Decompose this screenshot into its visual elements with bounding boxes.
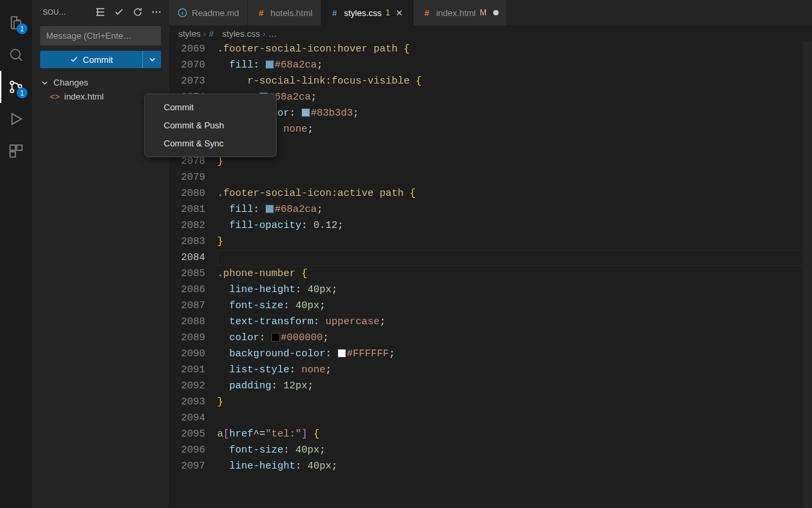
svg-point-1 bbox=[11, 82, 14, 85]
activity-debug[interactable] bbox=[0, 103, 32, 135]
menu-item-commit-sync[interactable]: Commit & Sync bbox=[145, 134, 276, 152]
commit-context-menu: CommitCommit & PushCommit & Sync bbox=[144, 94, 277, 157]
breadcrumb-folder: styles bbox=[178, 29, 200, 39]
commit-split-button[interactable] bbox=[142, 51, 161, 68]
svg-rect-4 bbox=[10, 145, 15, 150]
hash-icon: # bbox=[329, 7, 340, 18]
svg-point-0 bbox=[11, 49, 20, 59]
tab-label: index.html bbox=[436, 8, 476, 18]
tab-label: hotels.html bbox=[271, 8, 313, 18]
tab-index-html[interactable]: #index.htmlM bbox=[414, 0, 507, 25]
editor-tabs: Readme.md#hotels.html#styles.css1✕#index… bbox=[169, 0, 812, 25]
hash-icon: # bbox=[422, 7, 432, 18]
svg-point-7 bbox=[152, 11, 154, 12]
svg-rect-6 bbox=[10, 152, 15, 157]
scm-title: SOU… bbox=[43, 8, 89, 16]
activity-search[interactable] bbox=[0, 39, 32, 71]
breadcrumb-file: styles.css bbox=[223, 29, 260, 39]
minimap[interactable] bbox=[803, 41, 812, 508]
html-file-icon: <> bbox=[49, 92, 60, 102]
chevron-right-icon: › bbox=[263, 29, 265, 39]
svg-point-8 bbox=[156, 11, 157, 12]
more-icon[interactable] bbox=[149, 5, 164, 19]
activity-bar: 1 1 bbox=[0, 0, 32, 508]
unsaved-dot-icon bbox=[493, 10, 499, 15]
breadcrumb[interactable]: styles › # styles.css › … bbox=[169, 25, 812, 41]
editor: Readme.md#hotels.html#styles.css1✕#index… bbox=[169, 0, 812, 508]
changes-label: Changes bbox=[53, 78, 88, 88]
menu-item-commit[interactable]: Commit bbox=[145, 98, 276, 116]
menu-item-commit-push[interactable]: Commit & Push bbox=[145, 116, 276, 134]
changes-section[interactable]: Changes bbox=[32, 75, 169, 90]
tab-modified-badge: M bbox=[480, 8, 487, 17]
chevron-right-icon: › bbox=[203, 29, 206, 39]
css-file-icon: # bbox=[209, 28, 220, 39]
tab-modified-badge: 1 bbox=[386, 8, 390, 17]
scm-header: SOU… bbox=[32, 0, 169, 23]
tab-styles-css[interactable]: #styles.css1✕ bbox=[321, 0, 414, 25]
commit-button-label: Commit bbox=[83, 55, 113, 65]
commit-message-input[interactable]: Message (Ctrl+Ente… bbox=[40, 26, 161, 45]
view-tree-icon[interactable] bbox=[93, 5, 108, 19]
tab-label: styles.css bbox=[344, 8, 382, 18]
code-content: .footer-social-icon:hover path { fill: #… bbox=[217, 41, 812, 508]
change-file-label: index.html bbox=[64, 92, 104, 102]
activity-explorer[interactable]: 1 bbox=[0, 7, 32, 39]
refresh-icon[interactable] bbox=[130, 5, 145, 19]
svg-point-2 bbox=[11, 90, 14, 93]
info-icon bbox=[177, 7, 188, 18]
check-icon[interactable] bbox=[112, 5, 126, 19]
breadcrumb-tail: … bbox=[268, 29, 277, 39]
activity-extensions[interactable] bbox=[0, 135, 32, 167]
chevron-down-icon bbox=[40, 78, 49, 88]
commit-button[interactable]: Commit bbox=[40, 51, 142, 68]
svg-point-9 bbox=[159, 11, 160, 12]
source-control-panel: SOU… Message (Ctrl+Ente… Commit Changes … bbox=[32, 0, 169, 508]
tab-label: Readme.md bbox=[192, 8, 239, 18]
scm-badge: 1 bbox=[17, 88, 27, 98]
close-icon[interactable]: ✕ bbox=[394, 7, 405, 18]
activity-source-control[interactable]: 1 bbox=[0, 71, 32, 103]
hash-icon: # bbox=[256, 7, 267, 18]
tab-Readme-md[interactable]: Readme.md bbox=[169, 0, 248, 25]
tab-hotels-html[interactable]: #hotels.html bbox=[248, 0, 321, 25]
explorer-badge: 1 bbox=[17, 23, 27, 34]
svg-rect-5 bbox=[17, 145, 22, 150]
